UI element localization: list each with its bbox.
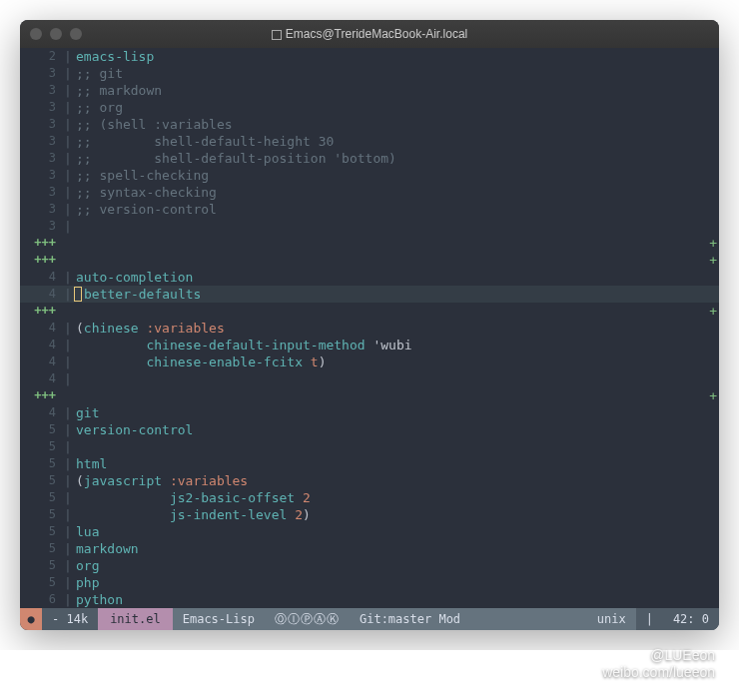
cursor-position: 42: 0 bbox=[663, 608, 719, 630]
line-number: 5 bbox=[20, 472, 62, 489]
titlebar[interactable]: Emacs@TrerideMacBook-Air.local bbox=[20, 20, 719, 48]
code-line[interactable]: 5|html bbox=[20, 455, 719, 472]
code-content[interactable]: ;; (shell :variables bbox=[74, 116, 719, 133]
code-content[interactable] bbox=[74, 370, 719, 387]
line-number: 4 bbox=[20, 353, 62, 370]
code-content[interactable]: markdown bbox=[74, 540, 719, 557]
code-line[interactable]: 3|;; syntax-checking bbox=[20, 184, 719, 201]
code-content[interactable]: js-indent-level 2) bbox=[74, 506, 719, 523]
gutter-separator bbox=[62, 387, 74, 404]
code-content[interactable]: git bbox=[74, 404, 719, 421]
code-content[interactable]: chinese-default-input-method 'wubi bbox=[74, 337, 719, 353]
code-line[interactable]: 3|;; shell-default-height 30 bbox=[20, 133, 719, 150]
code-line[interactable]: ++++ bbox=[20, 235, 719, 252]
code-content[interactable]: emacs-lisp bbox=[74, 48, 719, 65]
gutter-separator: | bbox=[62, 65, 74, 82]
line-number: 3 bbox=[20, 133, 62, 150]
code-line[interactable]: 5|(javascript :variables bbox=[20, 472, 719, 489]
major-mode[interactable]: Emacs-Lisp bbox=[173, 608, 265, 630]
code-content[interactable]: html bbox=[74, 455, 719, 472]
line-number: +++ bbox=[20, 252, 62, 269]
code-content[interactable]: (javascript :variables bbox=[74, 472, 719, 489]
code-line[interactable]: 3|;; markdown bbox=[20, 82, 719, 99]
code-content[interactable]: ;; shell-default-height 30 bbox=[74, 133, 719, 150]
code-line[interactable]: 5|php bbox=[20, 574, 719, 591]
code-editor[interactable]: 2|emacs-lisp3|;; git3|;; markdown3|;; or… bbox=[20, 48, 719, 608]
modeline: ● - 14k init.el Emacs-Lisp ⓄⒾⓅⒶⓀ Git:mas… bbox=[20, 608, 719, 630]
gutter-separator: | bbox=[62, 99, 74, 116]
code-line[interactable]: 3|;; version-control bbox=[20, 201, 719, 218]
code-content[interactable] bbox=[74, 387, 707, 404]
code-line[interactable]: 5| js2-basic-offset 2 bbox=[20, 489, 719, 506]
line-number: 5 bbox=[20, 438, 62, 455]
code-content[interactable] bbox=[74, 218, 719, 235]
code-line[interactable]: 5|markdown bbox=[20, 540, 719, 557]
line-number: 3 bbox=[20, 167, 62, 184]
line-number: 5 bbox=[20, 489, 62, 506]
code-line[interactable]: ++++ bbox=[20, 252, 719, 269]
code-content[interactable] bbox=[74, 303, 707, 320]
code-line[interactable]: ++++ bbox=[20, 387, 719, 404]
diff-added-marker: + bbox=[707, 387, 719, 404]
code-line[interactable]: 4|(chinese :variables bbox=[20, 320, 719, 337]
line-number: 3 bbox=[20, 116, 62, 133]
line-number: +++ bbox=[20, 235, 62, 252]
document-icon bbox=[272, 30, 282, 40]
code-line[interactable]: 5| js-indent-level 2) bbox=[20, 506, 719, 523]
gutter-separator: | bbox=[62, 421, 74, 438]
gutter-separator: | bbox=[62, 201, 74, 218]
code-content[interactable]: ;; git bbox=[74, 65, 719, 82]
code-line[interactable]: ++++ bbox=[20, 303, 719, 320]
code-content[interactable]: php bbox=[74, 574, 719, 591]
code-content[interactable]: ;; markdown bbox=[74, 82, 719, 99]
code-line[interactable]: 3|;; org bbox=[20, 99, 719, 116]
gutter-separator bbox=[62, 303, 74, 320]
code-content[interactable]: auto-completion bbox=[74, 269, 719, 286]
code-line[interactable]: 3|;; (shell :variables bbox=[20, 116, 719, 133]
code-content[interactable]: python bbox=[74, 591, 719, 608]
gutter-separator: | bbox=[62, 353, 74, 370]
code-line[interactable]: 4| chinese-default-input-method 'wubi bbox=[20, 337, 719, 353]
code-content[interactable]: chinese-enable-fcitx t) bbox=[74, 353, 719, 370]
code-line[interactable]: 6|python bbox=[20, 591, 719, 608]
code-line[interactable]: 5|lua bbox=[20, 523, 719, 540]
code-line[interactable]: 4| bbox=[20, 370, 719, 387]
code-line[interactable]: 3|;; shell-default-position 'bottom) bbox=[20, 150, 719, 167]
code-content[interactable]: (chinese :variables bbox=[74, 320, 719, 337]
code-line[interactable]: 5|version-control bbox=[20, 421, 719, 438]
watermark-handle: @LUEeon bbox=[650, 647, 715, 650]
code-content[interactable]: better-defaults bbox=[82, 286, 719, 303]
code-content[interactable]: org bbox=[74, 557, 719, 574]
line-number: 3 bbox=[20, 201, 62, 218]
code-content[interactable]: ;; version-control bbox=[74, 201, 719, 218]
code-content[interactable]: lua bbox=[74, 523, 719, 540]
code-line[interactable]: 4|better-defaults bbox=[20, 286, 719, 303]
gutter-separator: | bbox=[62, 150, 74, 167]
gutter-separator: | bbox=[62, 438, 74, 455]
code-line[interactable]: 2|emacs-lisp bbox=[20, 48, 719, 65]
code-line[interactable]: 4|auto-completion bbox=[20, 269, 719, 286]
code-content[interactable] bbox=[74, 438, 719, 455]
code-content[interactable]: version-control bbox=[74, 421, 719, 438]
code-line[interactable]: 3|;; git bbox=[20, 65, 719, 82]
warning-indicator[interactable]: ● bbox=[20, 608, 42, 630]
vcs-status[interactable]: Git:master Mod bbox=[350, 608, 470, 630]
code-content[interactable]: ;; org bbox=[74, 99, 719, 116]
gutter-separator: | bbox=[62, 269, 74, 286]
code-content[interactable]: ;; shell-default-position 'bottom) bbox=[74, 150, 719, 167]
diff-added-marker: + bbox=[707, 252, 719, 269]
buffer-filename[interactable]: init.el bbox=[98, 608, 173, 630]
code-line[interactable]: 5| bbox=[20, 438, 719, 455]
code-content[interactable] bbox=[74, 235, 707, 252]
code-content[interactable] bbox=[74, 252, 707, 269]
code-content[interactable]: ;; spell-checking bbox=[74, 167, 719, 184]
code-content[interactable]: ;; syntax-checking bbox=[74, 184, 719, 201]
code-line[interactable]: 3| bbox=[20, 218, 719, 235]
code-line[interactable]: 3|;; spell-checking bbox=[20, 167, 719, 184]
code-line[interactable]: 4|git bbox=[20, 404, 719, 421]
code-line[interactable]: 5|org bbox=[20, 557, 719, 574]
code-content[interactable]: js2-basic-offset 2 bbox=[74, 489, 719, 506]
line-number: 5 bbox=[20, 523, 62, 540]
gutter-separator: | bbox=[62, 523, 74, 540]
code-line[interactable]: 4| chinese-enable-fcitx t) bbox=[20, 353, 719, 370]
